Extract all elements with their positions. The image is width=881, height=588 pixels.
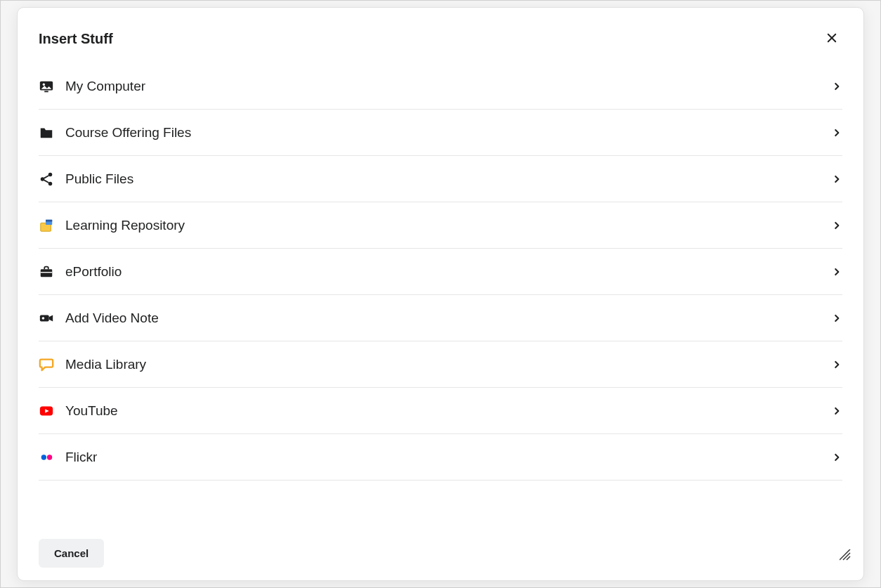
- source-label: Learning Repository: [65, 218, 831, 233]
- source-item-my-computer[interactable]: My Computer: [39, 63, 842, 110]
- chevron-right-icon: [831, 81, 842, 92]
- source-item-add-video-note[interactable]: Add Video Note: [39, 295, 842, 341]
- insert-stuff-dialog: Insert Stuff My: [17, 7, 864, 581]
- source-label: My Computer: [65, 79, 831, 94]
- svg-point-5: [41, 177, 45, 181]
- video-camera-icon: [39, 311, 54, 326]
- chevron-right-icon: [831, 359, 842, 370]
- source-item-course-offering-files[interactable]: Course Offering Files: [39, 110, 842, 156]
- image-icon: [39, 79, 54, 94]
- svg-point-7: [48, 181, 53, 185]
- close-icon: [825, 32, 838, 46]
- source-item-youtube[interactable]: YouTube: [39, 388, 842, 434]
- dialog-header: Insert Stuff: [18, 8, 863, 63]
- source-item-flickr[interactable]: Flickr: [39, 434, 842, 481]
- source-label: Media Library: [65, 357, 831, 372]
- svg-point-16: [42, 317, 45, 320]
- briefcase-icon: [39, 264, 54, 280]
- source-item-public-files[interactable]: Public Files: [39, 156, 842, 202]
- chevron-right-icon: [831, 174, 842, 185]
- source-item-eportfolio[interactable]: ePortfolio: [39, 249, 842, 295]
- chevron-right-icon: [831, 266, 842, 277]
- flickr-icon: [39, 450, 54, 465]
- repository-icon: [39, 218, 54, 233]
- source-list-scroll[interactable]: My Computer Course Offering Files: [18, 63, 863, 528]
- dialog-footer: Cancel: [18, 528, 863, 580]
- source-label: ePortfolio: [65, 264, 831, 280]
- svg-line-20: [843, 553, 850, 560]
- svg-line-9: [44, 180, 48, 183]
- source-list: My Computer Course Offering Files: [39, 63, 842, 509]
- source-label: Add Video Note: [65, 311, 831, 326]
- svg-point-3: [43, 83, 45, 85]
- folder-icon: [39, 125, 54, 141]
- source-label: Public Files: [65, 171, 831, 187]
- svg-point-6: [48, 172, 53, 176]
- svg-line-8: [44, 175, 48, 178]
- chevron-right-icon: [831, 313, 842, 324]
- resize-handle[interactable]: [837, 547, 851, 561]
- svg-line-21: [847, 556, 850, 560]
- source-label: Flickr: [65, 450, 831, 465]
- dialog-title: Insert Stuff: [39, 31, 113, 47]
- svg-point-18: [41, 455, 46, 459]
- close-button[interactable]: [821, 27, 842, 51]
- source-label: YouTube: [65, 403, 831, 419]
- youtube-icon: [39, 403, 54, 419]
- source-item-media-library[interactable]: Media Library: [39, 341, 842, 388]
- chevron-right-icon: [831, 405, 842, 417]
- svg-rect-4: [44, 91, 48, 92]
- chevron-right-icon: [831, 452, 842, 463]
- svg-point-19: [47, 455, 52, 459]
- source-item-learning-repository[interactable]: Learning Repository: [39, 202, 842, 249]
- cancel-button[interactable]: Cancel: [39, 539, 104, 568]
- chat-bubble-icon: [39, 357, 54, 372]
- source-label: Course Offering Files: [65, 125, 831, 141]
- chevron-right-icon: [831, 127, 842, 138]
- svg-rect-14: [41, 272, 53, 273]
- chevron-right-icon: [831, 220, 842, 231]
- svg-rect-12: [46, 219, 52, 221]
- svg-rect-13: [41, 269, 53, 277]
- share-icon: [39, 171, 54, 187]
